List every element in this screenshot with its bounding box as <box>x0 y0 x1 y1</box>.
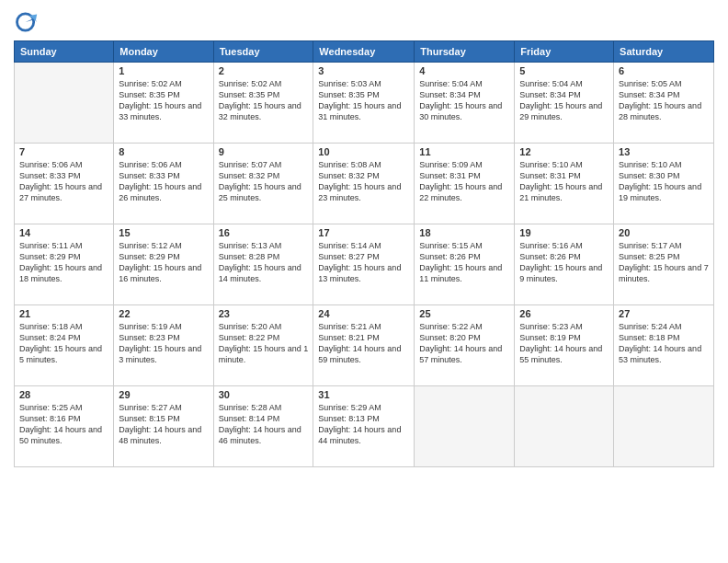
day-info: Sunrise: 5:24 AMSunset: 8:18 PMDaylight:… <box>619 321 709 366</box>
calendar-week-row: 1Sunrise: 5:02 AMSunset: 8:35 PMDaylight… <box>15 63 714 144</box>
calendar-day-cell <box>415 386 515 467</box>
day-info: Sunrise: 5:03 AMSunset: 8:35 PMDaylight:… <box>318 78 409 123</box>
day-number: 23 <box>219 308 309 319</box>
calendar-header: SundayMondayTuesdayWednesdayThursdayFrid… <box>15 41 714 63</box>
day-number: 1 <box>119 65 208 76</box>
day-number: 15 <box>119 227 208 238</box>
day-info: Sunrise: 5:28 AMSunset: 8:14 PMDaylight:… <box>219 402 309 447</box>
logo-icon <box>14 9 40 35</box>
day-number: 9 <box>219 146 309 157</box>
calendar-day-cell <box>515 386 614 467</box>
day-number: 6 <box>619 65 709 76</box>
calendar-week-row: 14Sunrise: 5:11 AMSunset: 8:29 PMDayligh… <box>15 224 714 305</box>
day-info: Sunrise: 5:02 AMSunset: 8:35 PMDaylight:… <box>119 78 208 123</box>
weekday-header: Thursday <box>415 41 515 63</box>
day-info: Sunrise: 5:11 AMSunset: 8:29 PMDaylight:… <box>19 240 108 285</box>
calendar-day-cell <box>614 386 714 467</box>
day-number: 20 <box>619 227 709 238</box>
day-number: 2 <box>219 65 309 76</box>
day-info: Sunrise: 5:10 AMSunset: 8:31 PMDaylight:… <box>519 159 609 204</box>
calendar-day-cell: 12Sunrise: 5:10 AMSunset: 8:31 PMDayligh… <box>515 144 614 224</box>
weekday-header: Sunday <box>15 41 114 63</box>
calendar-day-cell: 6Sunrise: 5:05 AMSunset: 8:34 PMDaylight… <box>614 63 714 144</box>
calendar-day-cell: 15Sunrise: 5:12 AMSunset: 8:29 PMDayligh… <box>114 224 213 305</box>
page: SundayMondayTuesdayWednesdayThursdayFrid… <box>0 0 728 563</box>
day-info: Sunrise: 5:12 AMSunset: 8:29 PMDaylight:… <box>119 240 208 285</box>
calendar-day-cell: 8Sunrise: 5:06 AMSunset: 8:33 PMDaylight… <box>114 144 213 224</box>
calendar-week-row: 28Sunrise: 5:25 AMSunset: 8:16 PMDayligh… <box>15 386 714 467</box>
day-info: Sunrise: 5:21 AMSunset: 8:21 PMDaylight:… <box>318 321 409 366</box>
day-number: 14 <box>19 227 108 238</box>
calendar-day-cell: 25Sunrise: 5:22 AMSunset: 8:20 PMDayligh… <box>415 305 515 386</box>
calendar: SundayMondayTuesdayWednesdayThursdayFrid… <box>14 40 714 467</box>
calendar-day-cell: 13Sunrise: 5:10 AMSunset: 8:30 PMDayligh… <box>614 144 714 224</box>
day-info: Sunrise: 5:09 AMSunset: 8:31 PMDaylight:… <box>419 159 509 204</box>
day-number: 8 <box>119 146 208 157</box>
calendar-day-cell: 16Sunrise: 5:13 AMSunset: 8:28 PMDayligh… <box>213 224 313 305</box>
calendar-day-cell: 19Sunrise: 5:16 AMSunset: 8:26 PMDayligh… <box>515 224 614 305</box>
calendar-day-cell: 4Sunrise: 5:04 AMSunset: 8:34 PMDaylight… <box>415 63 515 144</box>
day-info: Sunrise: 5:27 AMSunset: 8:15 PMDaylight:… <box>119 402 208 447</box>
calendar-day-cell: 26Sunrise: 5:23 AMSunset: 8:19 PMDayligh… <box>515 305 614 386</box>
weekday-row: SundayMondayTuesdayWednesdayThursdayFrid… <box>15 41 714 63</box>
calendar-day-cell: 1Sunrise: 5:02 AMSunset: 8:35 PMDaylight… <box>114 63 213 144</box>
day-info: Sunrise: 5:16 AMSunset: 8:26 PMDaylight:… <box>519 240 609 285</box>
calendar-day-cell: 31Sunrise: 5:29 AMSunset: 8:13 PMDayligh… <box>313 386 415 467</box>
calendar-day-cell: 30Sunrise: 5:28 AMSunset: 8:14 PMDayligh… <box>213 386 313 467</box>
day-info: Sunrise: 5:17 AMSunset: 8:25 PMDaylight:… <box>619 240 709 285</box>
calendar-week-row: 7Sunrise: 5:06 AMSunset: 8:33 PMDaylight… <box>15 144 714 224</box>
calendar-day-cell: 22Sunrise: 5:19 AMSunset: 8:23 PMDayligh… <box>114 305 213 386</box>
day-number: 11 <box>419 146 509 157</box>
logo <box>14 9 43 35</box>
header <box>14 9 714 35</box>
calendar-day-cell: 3Sunrise: 5:03 AMSunset: 8:35 PMDaylight… <box>313 63 415 144</box>
day-number: 16 <box>219 227 309 238</box>
calendar-day-cell: 5Sunrise: 5:04 AMSunset: 8:34 PMDaylight… <box>515 63 614 144</box>
day-number: 22 <box>119 308 208 319</box>
day-info: Sunrise: 5:22 AMSunset: 8:20 PMDaylight:… <box>419 321 509 366</box>
day-number: 24 <box>318 308 409 319</box>
calendar-day-cell: 17Sunrise: 5:14 AMSunset: 8:27 PMDayligh… <box>313 224 415 305</box>
day-number: 30 <box>219 389 309 400</box>
day-number: 19 <box>519 227 609 238</box>
day-number: 13 <box>619 146 709 157</box>
day-info: Sunrise: 5:10 AMSunset: 8:30 PMDaylight:… <box>619 159 709 204</box>
day-info: Sunrise: 5:07 AMSunset: 8:32 PMDaylight:… <box>219 159 309 204</box>
day-number: 18 <box>419 227 509 238</box>
calendar-day-cell: 20Sunrise: 5:17 AMSunset: 8:25 PMDayligh… <box>614 224 714 305</box>
weekday-header: Tuesday <box>213 41 313 63</box>
day-info: Sunrise: 5:29 AMSunset: 8:13 PMDaylight:… <box>318 402 409 447</box>
day-info: Sunrise: 5:19 AMSunset: 8:23 PMDaylight:… <box>119 321 208 366</box>
day-info: Sunrise: 5:05 AMSunset: 8:34 PMDaylight:… <box>619 78 709 123</box>
day-info: Sunrise: 5:06 AMSunset: 8:33 PMDaylight:… <box>19 159 108 204</box>
day-info: Sunrise: 5:18 AMSunset: 8:24 PMDaylight:… <box>19 321 108 366</box>
day-info: Sunrise: 5:08 AMSunset: 8:32 PMDaylight:… <box>318 159 409 204</box>
calendar-day-cell: 18Sunrise: 5:15 AMSunset: 8:26 PMDayligh… <box>415 224 515 305</box>
day-number: 5 <box>519 65 609 76</box>
day-info: Sunrise: 5:04 AMSunset: 8:34 PMDaylight:… <box>519 78 609 123</box>
calendar-day-cell: 28Sunrise: 5:25 AMSunset: 8:16 PMDayligh… <box>15 386 114 467</box>
day-number: 31 <box>318 389 409 400</box>
day-info: Sunrise: 5:02 AMSunset: 8:35 PMDaylight:… <box>219 78 309 123</box>
calendar-day-cell: 24Sunrise: 5:21 AMSunset: 8:21 PMDayligh… <box>313 305 415 386</box>
calendar-day-cell: 29Sunrise: 5:27 AMSunset: 8:15 PMDayligh… <box>114 386 213 467</box>
day-info: Sunrise: 5:13 AMSunset: 8:28 PMDaylight:… <box>219 240 309 285</box>
day-info: Sunrise: 5:15 AMSunset: 8:26 PMDaylight:… <box>419 240 509 285</box>
calendar-day-cell: 27Sunrise: 5:24 AMSunset: 8:18 PMDayligh… <box>614 305 714 386</box>
calendar-day-cell: 11Sunrise: 5:09 AMSunset: 8:31 PMDayligh… <box>415 144 515 224</box>
calendar-day-cell: 23Sunrise: 5:20 AMSunset: 8:22 PMDayligh… <box>213 305 313 386</box>
day-info: Sunrise: 5:23 AMSunset: 8:19 PMDaylight:… <box>519 321 609 366</box>
day-number: 26 <box>519 308 609 319</box>
day-number: 4 <box>419 65 509 76</box>
calendar-day-cell: 10Sunrise: 5:08 AMSunset: 8:32 PMDayligh… <box>313 144 415 224</box>
calendar-day-cell: 7Sunrise: 5:06 AMSunset: 8:33 PMDaylight… <box>15 144 114 224</box>
day-number: 7 <box>19 146 108 157</box>
calendar-day-cell <box>15 63 114 144</box>
day-info: Sunrise: 5:06 AMSunset: 8:33 PMDaylight:… <box>119 159 208 204</box>
day-info: Sunrise: 5:14 AMSunset: 8:27 PMDaylight:… <box>318 240 409 285</box>
day-info: Sunrise: 5:20 AMSunset: 8:22 PMDaylight:… <box>219 321 309 366</box>
day-number: 10 <box>318 146 409 157</box>
day-number: 29 <box>119 389 208 400</box>
day-number: 12 <box>519 146 609 157</box>
calendar-day-cell: 9Sunrise: 5:07 AMSunset: 8:32 PMDaylight… <box>213 144 313 224</box>
